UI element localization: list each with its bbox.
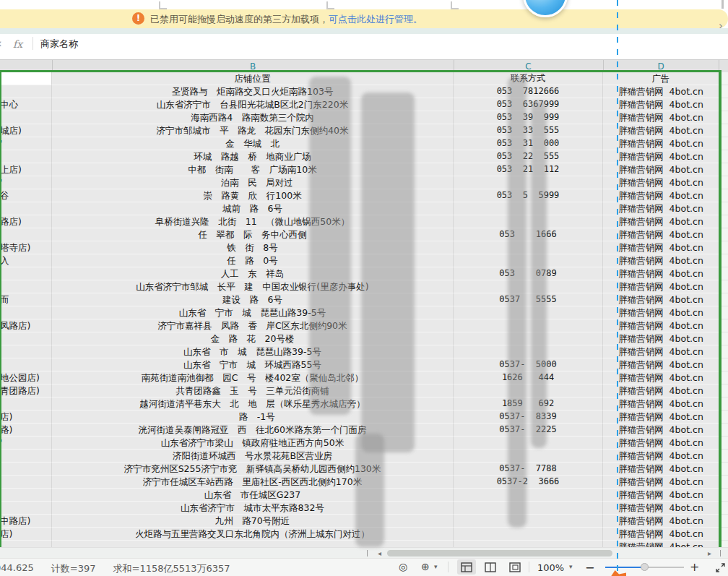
normal-view-button[interactable] [457,559,476,575]
cell-phone[interactable] [454,176,603,189]
cell-phone[interactable] [454,515,603,528]
cell-merchant-fragment[interactable] [0,397,52,410]
cell-location[interactable]: 火炬路与五里营路交叉口东北角院内（济洲上城东门对过） [52,528,454,541]
cell-ad[interactable]: 胖猫营销网 4bot.cn [603,267,719,280]
cell-phone[interactable]: 053 6367999 [454,98,603,111]
cell-phone[interactable] [454,254,603,267]
pan-mode-icon[interactable]: ⊕ [421,561,430,572]
cell-merchant-fragment[interactable] [0,228,52,241]
cell-ad[interactable]: 胖猫营销网 4bot.cn [603,358,719,371]
cell-merchant-fragment[interactable] [0,450,52,463]
cell-ad[interactable]: 胖猫营销网 4bot.cn [603,476,719,489]
cell-merchant-fragment[interactable]: ' [0,437,52,450]
cell-ad[interactable]: 胖猫营销网 4bot.cn [603,541,719,547]
zoom-dropdown-chevron[interactable]: ▾ [569,563,573,570]
cell-merchant-fragment[interactable] [0,541,52,547]
scroll-right-icon[interactable]: ▸ [708,549,711,558]
cell-ad[interactable]: 胖猫营销网 4bot.cn [603,280,719,293]
cell-merchant-fragment[interactable]: 路) [0,424,52,437]
cell-merchant-fragment[interactable] [0,85,52,98]
cell-ad[interactable]: 胖猫营销网 4bot.cn [603,254,719,267]
page-break-view-button[interactable] [506,559,524,575]
cell-ad[interactable]: 胖猫营销网 4bot.cn [603,437,719,450]
zoom-level[interactable]: 100% [537,562,564,573]
cell-ad[interactable]: 胖猫营销网 4bot.cn [603,124,719,137]
header-ad[interactable]: 广告 [603,72,719,85]
cell-ad[interactable]: 胖猫营销网 4bot.cn [603,215,719,228]
cell-ad[interactable]: 胖猫营销网 4bot.cn [603,293,719,306]
cell-merchant-fragment[interactable]: 凤路店) [0,319,52,332]
cell-ad[interactable]: 胖猫营销网 4bot.cn [603,332,719,345]
cell-location[interactable]: 山东省济宁市 城市太平东路832号 [52,502,454,515]
cell-ad[interactable]: 胖猫营销网 4bot.cn [603,85,719,98]
zoom-out-button[interactable]: − [585,561,594,575]
cell-merchant-fragment[interactable] [0,111,52,124]
cell-phone[interactable]: 053 0789 [454,267,603,280]
cell-phone[interactable]: 053 39 999 [454,111,603,124]
cell-location[interactable]: 九州 路70号附近 [52,515,454,528]
scrollbar-split-handle[interactable] [720,550,721,556]
cell-phone[interactable]: 053 22 555 [454,150,603,163]
cell-location[interactable]: 济宁市兖州区S255济宁市兖 新驿镇高吴桥幼儿园西侧约130米 [52,463,454,476]
cell-phone[interactable]: 0537- 7788 [454,463,603,476]
cell-ad[interactable]: 胖猫营销网 4bot.cn [603,111,719,124]
cell-merchant-fragment[interactable] [0,345,52,358]
cell-ad[interactable]: 胖猫营销网 4bot.cn [603,306,719,319]
cell-merchant-fragment[interactable]: 地公园店) [0,371,52,384]
cell-ad[interactable]: 胖猫营销网 4bot.cn [603,515,719,528]
cell-ad[interactable]: 胖猫营销网 4bot.cn [603,384,719,397]
scroll-left-icon[interactable]: ◂ [378,549,381,558]
cell-phone[interactable]: 0537-2 3666 [454,476,603,489]
cell-merchant-fragment[interactable] [0,332,52,345]
cell-phone[interactable] [454,319,603,332]
scrollbar-thumb[interactable] [387,550,612,556]
cell-ad[interactable]: 胖猫营销网 4bot.cn [603,450,719,463]
cell-merchant-fragment[interactable] [0,476,52,489]
cell-ad[interactable]: 胖猫营销网 4bot.cn [603,202,719,215]
header-contact[interactable]: 联系方式 [454,72,603,85]
cell-location[interactable]: 济宁市任城区车站西路 里庙社区-西区西北侧约170米 [52,476,454,489]
cell-ad[interactable]: 胖猫营销网 4bot.cn [603,163,719,176]
cell-ad[interactable]: 胖猫营销网 4bot.cn [603,176,719,189]
cell-phone[interactable]: 0537- 8339 [454,410,603,424]
cell-merchant-fragment[interactable]: 而 [0,293,52,306]
cell-merchant-fragment[interactable] [0,489,52,502]
cell-ad[interactable]: 胖猫营销网 4bot.cn [603,371,719,384]
cell-location[interactable]: 山东省 市任城区G237 [52,489,454,502]
cell-ad[interactable]: 胖猫营销网 4bot.cn [603,410,719,424]
pan-dropdown-chevron[interactable]: ▾ [434,563,438,570]
cell-phone[interactable] [454,332,603,345]
cell-merchant-fragment[interactable]: 入 [0,254,52,267]
cell-ad[interactable]: 胖猫营销网 4bot.cn [603,345,719,358]
cell-phone[interactable]: 053 5 5999 [454,189,603,202]
table-header-row[interactable]: 店铺位置 联系方式 广告 [0,72,722,85]
cell-phone[interactable]: 053 33 555 [454,124,603,137]
cell-ad[interactable]: 胖猫营销网 4bot.cn [603,228,719,241]
eye-protection-icon[interactable]: ◎ [399,561,407,572]
active-cell[interactable] [0,72,52,85]
cell-phone[interactable] [454,215,603,228]
cell-merchant-fragment[interactable]: 塔寺店) [0,241,52,254]
cell-phone[interactable]: 0537- 2225 [454,424,603,437]
cell-phone[interactable] [454,202,603,215]
cell-merchant-fragment[interactable] [0,202,52,215]
cell-phone[interactable] [454,345,603,358]
cell-merchant-fragment[interactable]: 中路店) [0,515,52,528]
cell-phone[interactable] [454,384,603,397]
cell-phone[interactable] [454,437,603,450]
cell-merchant-fragment[interactable]: 中心 [0,98,52,111]
cell-merchant-fragment[interactable] [0,150,52,163]
cell-ad[interactable]: 胖猫营销网 4bot.cn [603,463,719,476]
cell-ad[interactable]: 胖猫营销网 4bot.cn [603,98,719,111]
cell-ad[interactable]: 胖猫营销网 4bot.cn [603,137,719,150]
formula-input[interactable]: 商家名称 [40,38,78,51]
header-location[interactable]: 店铺位置 [52,72,454,85]
cell-merchant-fragment[interactable] [0,280,52,293]
scrollbar-split-handle[interactable] [367,550,368,556]
cell-ad[interactable]: 胖猫营销网 4bot.cn [603,189,719,202]
cell-merchant-fragment[interactable]: 青团路店) [0,384,52,397]
cell-phone[interactable]: 0537 5555 [454,293,603,306]
fx-icon[interactable]: fx [13,38,22,50]
cell-merchant-fragment[interactable]: 上店) [0,163,52,176]
cell-ad[interactable]: 胖猫营销网 4bot.cn [603,489,719,502]
